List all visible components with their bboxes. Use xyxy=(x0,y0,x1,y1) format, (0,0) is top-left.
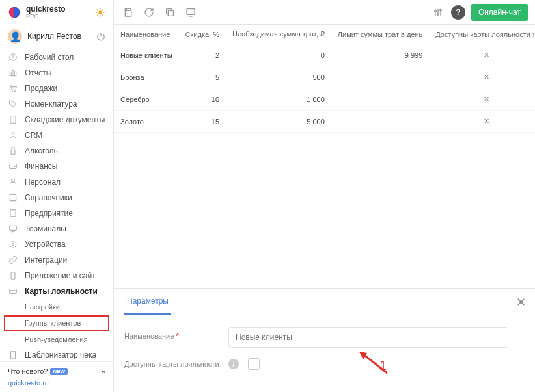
collapse-sidebar-icon[interactable]: « xyxy=(102,367,105,375)
svg-rect-31 xyxy=(168,10,173,16)
svg-rect-27 xyxy=(11,272,15,280)
sliders-icon[interactable] xyxy=(430,5,446,20)
input-name[interactable] xyxy=(228,327,508,348)
link-icon xyxy=(8,255,18,265)
nav-item-crm[interactable]: CRM xyxy=(0,127,113,143)
svg-rect-30 xyxy=(126,8,130,10)
brand-tier: PRO xyxy=(26,13,66,20)
cart-icon xyxy=(8,83,18,94)
nav-item-staff[interactable]: Персонал xyxy=(0,174,113,190)
x-icon: ✕ xyxy=(429,66,535,88)
svg-rect-13 xyxy=(14,72,16,75)
checkbox-cards[interactable] xyxy=(248,358,260,370)
svg-rect-21 xyxy=(10,210,16,217)
table-row[interactable]: Бронза5500✕ xyxy=(114,66,535,88)
svg-point-38 xyxy=(437,12,439,14)
power-icon[interactable] xyxy=(96,32,105,41)
x-icon: ✕ xyxy=(429,88,535,111)
x-icon: ✕ xyxy=(429,44,535,66)
col-needed-sum[interactable]: Необходимая сумма трат, ₽ xyxy=(226,25,331,44)
screen-icon[interactable] xyxy=(183,5,199,20)
svg-point-39 xyxy=(440,9,442,11)
nav-item-sales[interactable]: Продажи xyxy=(0,81,113,96)
svg-point-17 xyxy=(12,133,14,135)
x-icon: ✕ xyxy=(429,111,535,133)
svg-rect-28 xyxy=(10,289,17,294)
nav-item-receipt-template[interactable]: Шаблонизатор чека xyxy=(0,347,113,361)
whatsnew-label[interactable]: Что нового? xyxy=(8,367,48,375)
gear-icon xyxy=(8,239,18,250)
nav-sub-client-groups[interactable]: Группы клиентов xyxy=(4,315,109,331)
new-badge: NEW xyxy=(50,368,68,375)
phone-icon xyxy=(8,270,18,281)
nav-sub-settings[interactable]: Настройки xyxy=(0,299,113,315)
form-body: Наименование * Доступны карты лояльности… xyxy=(114,315,535,392)
save-icon[interactable] xyxy=(120,5,136,20)
nav-item-nomenclature[interactable]: Номенклатура xyxy=(0,96,113,112)
avatar: 👤 xyxy=(8,29,22,44)
svg-line-7 xyxy=(97,14,98,15)
nav-item-enterprise[interactable]: Предприятие xyxy=(0,205,113,221)
wallet-icon xyxy=(8,161,18,172)
close-panel-icon[interactable]: ✕ xyxy=(516,295,526,309)
nav-item-dashboard[interactable]: Рабочий стол xyxy=(0,49,113,65)
detail-panel: Параметры ✕ Наименование * Доступны карт… xyxy=(114,288,535,392)
svg-point-19 xyxy=(14,166,15,166)
table-header-row: Наименование Скидка, % Необходимая сумма… xyxy=(114,25,535,44)
building-icon xyxy=(8,208,18,218)
toolbar: ? Онлайн-чат xyxy=(114,0,535,25)
col-limit[interactable]: Лимит суммы трат в день xyxy=(331,25,430,44)
theme-toggle-icon[interactable] xyxy=(95,7,105,18)
svg-point-26 xyxy=(12,243,14,246)
user-name: Кирилл Рестов xyxy=(27,32,81,41)
help-icon[interactable]: ? xyxy=(451,5,465,20)
nav-item-terminals[interactable]: Терминалы xyxy=(0,221,113,237)
svg-rect-11 xyxy=(10,73,11,76)
panel-tabs: Параметры ✕ xyxy=(114,289,535,315)
tab-parameters[interactable]: Параметры xyxy=(124,289,171,315)
table-row[interactable]: Золото155 000✕ xyxy=(114,111,535,133)
copy-icon[interactable] xyxy=(162,5,178,20)
footer-link[interactable]: quickresto.ru xyxy=(8,379,105,387)
nav-item-warehouse[interactable]: Складские документы xyxy=(0,112,113,127)
svg-line-5 xyxy=(97,9,98,10)
svg-point-14 xyxy=(12,91,12,92)
online-chat-button[interactable]: Онлайн-чат xyxy=(471,4,528,21)
nav-item-finance[interactable]: Финансы xyxy=(0,159,113,174)
col-discount[interactable]: Скидка, % xyxy=(179,25,226,44)
col-name[interactable]: Наименование xyxy=(114,25,179,44)
person-icon xyxy=(8,177,18,187)
nav-item-directories[interactable]: Справочники xyxy=(0,190,113,205)
book-icon xyxy=(8,192,18,203)
nav-item-app-site[interactable]: Приложение и сайт xyxy=(0,268,113,283)
svg-line-8 xyxy=(102,9,103,10)
user-row[interactable]: 👤 Кирилл Рестов xyxy=(0,25,113,48)
svg-rect-12 xyxy=(12,71,14,76)
svg-point-37 xyxy=(435,10,437,12)
table-row[interactable]: Новые клиенты209 999✕ xyxy=(114,44,535,66)
nav-item-reports[interactable]: Отчеты xyxy=(0,65,113,81)
svg-rect-24 xyxy=(10,226,17,230)
logo-icon xyxy=(8,6,21,19)
nav-item-integrations[interactable]: Интеграции xyxy=(0,252,113,268)
terminal-icon xyxy=(8,224,18,234)
sort-icon: ⇅ xyxy=(532,31,535,38)
table-row[interactable]: Серебро101 000✕ xyxy=(114,88,535,111)
people-icon xyxy=(8,130,18,140)
sidebar-header: quickresto PRO xyxy=(0,0,113,25)
sidebar: quickresto PRO 👤 Кирилл Рестов Рабочий с… xyxy=(0,0,114,392)
nav-list: Рабочий стол Отчеты Продажи Номенклатура… xyxy=(0,48,113,361)
label-name: Наименование * xyxy=(124,327,228,340)
nav-item-devices[interactable]: Устройства xyxy=(0,237,113,252)
svg-point-15 xyxy=(14,91,15,92)
label-cards: Доступны карты лояльности xyxy=(124,360,228,368)
svg-rect-16 xyxy=(10,116,16,124)
nav-sub-push[interactable]: Push-уведомления xyxy=(0,332,113,347)
nav-item-loyalty[interactable]: Карты лояльности xyxy=(0,283,113,299)
document-icon xyxy=(8,114,18,125)
refresh-icon[interactable] xyxy=(141,5,157,20)
col-cards[interactable]: Доступны карты лояльности⇅ xyxy=(429,25,535,44)
receipt-icon xyxy=(8,350,18,360)
nav-item-alcohol[interactable]: Алкоголь xyxy=(0,143,113,159)
info-icon[interactable]: i xyxy=(228,359,239,369)
